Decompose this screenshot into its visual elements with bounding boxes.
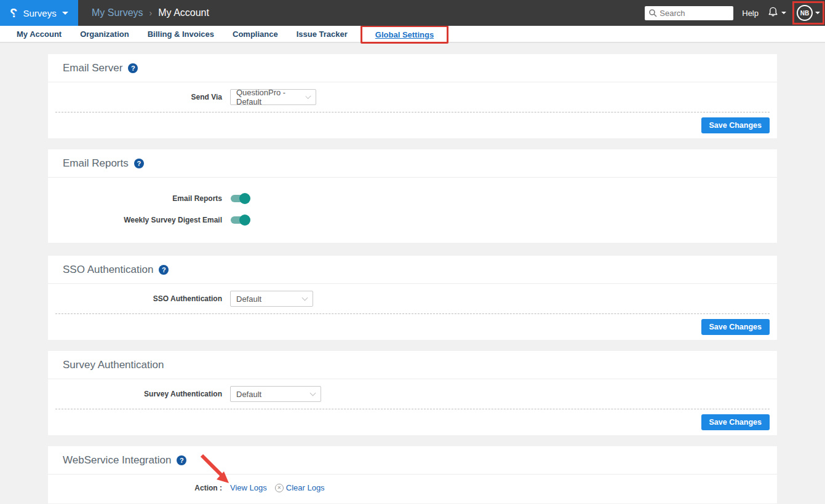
surveys-product-menu[interactable]: ? Surveys (0, 0, 78, 26)
survey-auth-header: Survey Authentication (48, 351, 777, 379)
email-reports-toggle[interactable] (231, 195, 249, 202)
webservice-integration-section: WebService Integration ? Action : View L… (48, 446, 777, 503)
breadcrumb-separator: › (149, 8, 153, 18)
tab-organization[interactable]: Organization (71, 30, 138, 39)
breadcrumb: My Surveys › My Account (92, 7, 209, 18)
section-title: WebService Integration (63, 454, 171, 467)
email-server-header: Email Server ? (48, 54, 777, 82)
toggle-label: Weekly Survey Digest Email (48, 216, 222, 224)
chevron-down-icon (62, 12, 68, 15)
email-reports-header: Email Reports ? (48, 149, 777, 178)
search-container (645, 6, 733, 20)
action-row: Action : View Logs ✕ Clear Logs (48, 483, 777, 492)
clear-logs-label: Clear Logs (286, 483, 325, 492)
email-server-section: Email Server ? Send Via QuestionPro - De… (48, 54, 777, 138)
save-button[interactable]: Save Changes (701, 117, 770, 133)
help-icon[interactable]: ? (177, 455, 186, 465)
survey-auth-footer: Save Changes (48, 409, 777, 435)
topbar-right: Help NB (645, 1, 825, 25)
section-title: SSO Authentication (63, 264, 153, 276)
help-icon[interactable]: ? (128, 63, 138, 73)
tab-billing-invoices[interactable]: Billing & Invoices (138, 30, 223, 39)
tab-my-account[interactable]: My Account (7, 30, 71, 39)
send-via-select[interactable]: QuestionPro - Default (230, 89, 316, 105)
send-via-label: Send Via (48, 93, 222, 101)
search-icon (648, 9, 657, 20)
save-button[interactable]: Save Changes (701, 319, 770, 335)
action-label: Action : (48, 484, 222, 492)
account-tabbar: My Account Organization Billing & Invoic… (0, 26, 825, 43)
annotation-highlight-avatar: NB (792, 1, 824, 25)
sso-row: SSO Authentication Default (48, 284, 777, 313)
product-name: Surveys (23, 8, 57, 18)
section-title: Email Reports (63, 157, 129, 170)
view-logs-link[interactable]: View Logs (230, 483, 267, 492)
email-server-footer: Save Changes (48, 112, 777, 138)
global-settings-page: Email Server ? Send Via QuestionPro - De… (0, 43, 825, 503)
select-value: Default (236, 294, 261, 304)
webservice-body: Action : View Logs ✕ Clear Logs (48, 474, 777, 503)
clear-logs-link[interactable]: ✕ Clear Logs (275, 483, 325, 492)
section-title: Survey Authentication (63, 359, 164, 371)
weekly-digest-toggle[interactable] (231, 216, 249, 224)
avatar[interactable]: NB (797, 5, 813, 21)
bell-icon (767, 6, 779, 20)
breadcrumb-my-surveys[interactable]: My Surveys (92, 7, 143, 18)
chevron-down-icon (305, 93, 311, 98)
circle-x-icon: ✕ (275, 484, 284, 492)
section-title: Email Server (63, 62, 122, 74)
sso-authentication-section: SSO Authentication ? SSO Authentication … (48, 256, 777, 340)
sso-footer: Save Changes (48, 314, 777, 340)
help-icon[interactable]: ? (159, 265, 169, 275)
chevron-down-icon (815, 12, 820, 14)
survey-authentication-section: Survey Authentication Survey Authenticat… (48, 351, 777, 435)
select-value: QuestionPro - Default (236, 88, 300, 106)
sso-select[interactable]: Default (230, 291, 313, 307)
notifications-menu[interactable] (767, 6, 786, 20)
select-value: Default (236, 390, 261, 399)
webservice-header: WebService Integration ? (48, 446, 777, 474)
chevron-down-icon (302, 294, 308, 301)
toggle-knob (239, 215, 250, 226)
email-reports-toggle-row: Email Reports (48, 187, 777, 209)
tab-global-settings[interactable]: Global Settings (366, 30, 443, 39)
survey-auth-label: Survey Authentication (48, 390, 222, 398)
annotation-highlight-global-settings: Global Settings (361, 25, 448, 44)
questionpro-logo-icon: ? (10, 7, 17, 19)
save-button[interactable]: Save Changes (701, 414, 770, 430)
chevron-down-icon (310, 390, 316, 396)
sso-header: SSO Authentication ? (48, 256, 777, 284)
toggle-label: Email Reports (48, 194, 222, 203)
survey-auth-row: Survey Authentication Default (48, 379, 777, 409)
help-link[interactable]: Help (742, 9, 759, 18)
weekly-digest-toggle-row: Weekly Survey Digest Email (48, 209, 777, 230)
toggle-knob (239, 193, 250, 204)
email-reports-body: Email Reports Weekly Survey Digest Email (48, 178, 777, 243)
sso-label: SSO Authentication (48, 294, 222, 303)
breadcrumb-my-account: My Account (158, 7, 209, 18)
search-input[interactable] (645, 6, 733, 20)
chevron-down-icon (781, 12, 786, 14)
send-via-row: Send Via QuestionPro - Default (48, 82, 777, 112)
email-reports-section: Email Reports ? Email Reports Weekly Sur… (48, 149, 777, 243)
topbar: ? Surveys My Surveys › My Account Help N… (0, 0, 825, 26)
tab-compliance[interactable]: Compliance (223, 30, 287, 39)
survey-auth-select[interactable]: Default (230, 386, 321, 402)
tab-issue-tracker[interactable]: Issue Tracker (287, 30, 357, 39)
help-icon[interactable]: ? (134, 159, 144, 168)
